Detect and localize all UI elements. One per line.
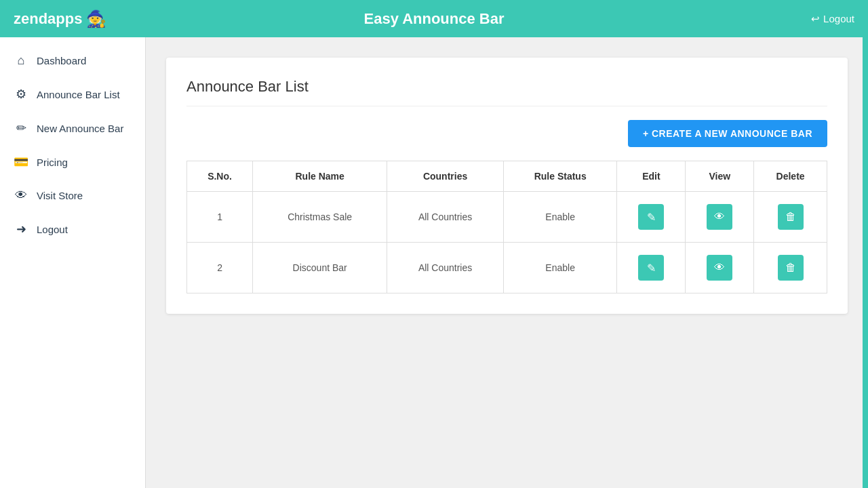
logout-icon: ➜ xyxy=(14,222,28,237)
sidebar: ⌂ Dashboard ⚙ Announce Bar List ✏ New An… xyxy=(0,37,146,488)
card-icon: 💳 xyxy=(14,155,28,169)
cell-edit: ✎ xyxy=(617,243,686,293)
sidebar-item-logout[interactable]: ➜ Logout xyxy=(0,212,145,246)
header: zendapps 🧙 Easy Announce Bar ↩ Logout xyxy=(0,0,868,37)
edit-icon: ✎ xyxy=(647,211,656,224)
col-header-edit: Edit xyxy=(617,161,686,192)
eye-icon: 👁 xyxy=(14,188,28,203)
cell-rule-status: Enable xyxy=(503,192,617,243)
sidebar-item-label: New Announce Bar xyxy=(37,123,123,134)
gear-icon: ⚙ xyxy=(14,87,28,102)
trash-icon: 🗑 xyxy=(785,211,796,223)
header-title: Easy Announce Bar xyxy=(363,10,504,28)
view-button-1[interactable]: 👁 xyxy=(707,204,732,230)
sidebar-item-new-announce-bar[interactable]: ✏ New Announce Bar xyxy=(0,111,145,145)
col-header-view: View xyxy=(686,161,754,192)
delete-button-1[interactable]: 🗑 xyxy=(778,204,804,230)
cell-sno: 2 xyxy=(187,243,253,293)
col-header-rule-status: Rule Status xyxy=(503,161,617,192)
table-header-row: S.No. Rule Name Countries Rule Status Ed… xyxy=(187,161,827,192)
announce-bar-table: S.No. Rule Name Countries Rule Status Ed… xyxy=(186,161,827,293)
logo-icon: 🧙 xyxy=(86,9,106,28)
sidebar-item-label: Pricing xyxy=(37,157,68,168)
sidebar-item-label: Announce Bar List xyxy=(37,89,120,100)
cell-view: 👁 xyxy=(686,243,754,293)
cell-sno: 1 xyxy=(187,192,253,243)
sidebar-item-dashboard[interactable]: ⌂ Dashboard xyxy=(0,44,145,77)
view-icon: 👁 xyxy=(714,211,725,223)
sidebar-item-label: Dashboard xyxy=(37,55,86,66)
delete-button-2[interactable]: 🗑 xyxy=(778,255,804,281)
cell-edit: ✎ xyxy=(617,192,686,243)
logout-button[interactable]: ↩ Logout xyxy=(811,13,854,25)
logo: zendapps 🧙 xyxy=(14,9,106,28)
logout-icon: ↩ xyxy=(811,13,820,25)
cell-rule-name: Christmas Sale xyxy=(253,192,387,243)
sidebar-item-label: Logout xyxy=(37,224,68,235)
cell-countries: All Countries xyxy=(387,192,504,243)
sidebar-item-label: Visit Store xyxy=(37,190,83,201)
edit-button-2[interactable]: ✎ xyxy=(638,255,664,281)
right-accent-bar xyxy=(863,37,868,488)
create-btn-row: + CREATE A NEW ANNOUNCE BAR xyxy=(186,120,827,147)
create-announce-bar-button[interactable]: + CREATE A NEW ANNOUNCE BAR xyxy=(628,120,827,147)
cell-delete: 🗑 xyxy=(754,192,827,243)
page-title: Announce Bar List xyxy=(186,78,827,106)
view-button-2[interactable]: 👁 xyxy=(707,255,732,281)
cell-view: 👁 xyxy=(686,192,754,243)
logo-text: zendapps xyxy=(14,10,82,28)
view-icon: 👁 xyxy=(714,262,725,274)
trash-icon: 🗑 xyxy=(785,262,796,274)
cell-rule-status: Enable xyxy=(503,243,617,293)
col-header-delete: Delete xyxy=(754,161,827,192)
logout-label: Logout xyxy=(823,13,854,24)
edit-icon: ✎ xyxy=(647,262,656,274)
table-row: 2 Discount Bar All Countries Enable ✎ 👁 … xyxy=(187,243,827,293)
table-row: 1 Christmas Sale All Countries Enable ✎ … xyxy=(187,192,827,243)
col-header-countries: Countries xyxy=(387,161,504,192)
edit-icon: ✏ xyxy=(14,121,28,136)
home-icon: ⌂ xyxy=(14,54,28,68)
sidebar-item-announce-bar-list[interactable]: ⚙ Announce Bar List xyxy=(0,77,145,111)
cell-countries: All Countries xyxy=(387,243,504,293)
main-content: Announce Bar List + CREATE A NEW ANNOUNC… xyxy=(146,37,868,488)
cell-delete: 🗑 xyxy=(754,243,827,293)
col-header-rule-name: Rule Name xyxy=(253,161,387,192)
edit-button-1[interactable]: ✎ xyxy=(638,204,664,230)
cell-rule-name: Discount Bar xyxy=(253,243,387,293)
sidebar-item-pricing[interactable]: 💳 Pricing xyxy=(0,145,145,179)
content-box: Announce Bar List + CREATE A NEW ANNOUNC… xyxy=(166,58,848,314)
col-header-sno: S.No. xyxy=(187,161,253,192)
sidebar-item-visit-store[interactable]: 👁 Visit Store xyxy=(0,179,145,212)
